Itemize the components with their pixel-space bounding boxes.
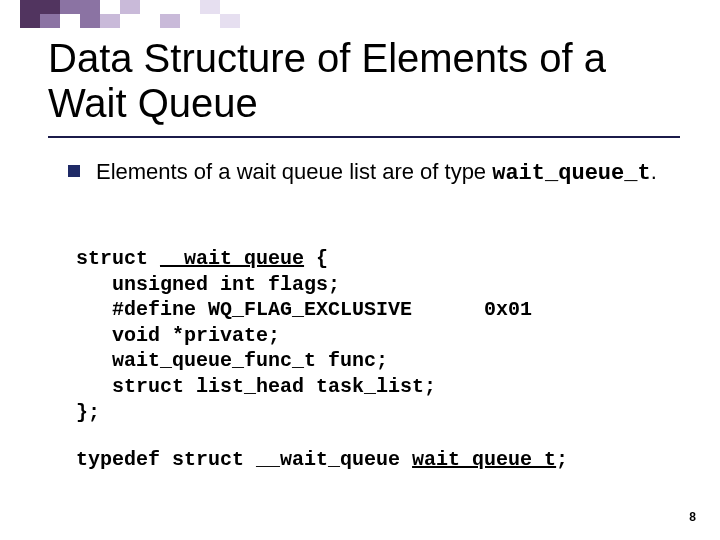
code-l1-post: { [304,247,328,270]
code-l3: #define WQ_FLAG_EXCLUSIVE 0x01 [76,298,532,321]
typedef-line: typedef struct __wait_queue wait_queue_t… [76,448,670,471]
code-l1-pre: struct [76,247,160,270]
code-l7: }; [76,401,100,424]
code-block: struct __wait_queue { unsigned int flags… [76,246,670,425]
slide-title: Data Structure of Elements of a Wait Que… [48,36,680,126]
typedef-post: ; [556,448,568,471]
bullet-text: Elements of a wait queue list are of typ… [96,158,657,188]
page-number: 8 [689,510,696,524]
code-l4: void *private; [76,324,280,347]
bullet-text-after: . [651,159,657,184]
bullet-text-before: Elements of a wait queue list are of typ… [96,159,492,184]
bullet-type-name: wait_queue_t [492,161,650,186]
corner-decoration [20,0,240,28]
bullet-icon [68,165,80,177]
body-text: Elements of a wait queue list are of typ… [68,158,670,188]
code-l6: struct list_head task_list; [76,375,436,398]
typedef-type: wait_queue_t [412,448,556,471]
code-l5: wait_queue_func_t func; [76,349,388,372]
title-underline [48,136,680,138]
typedef-pre: typedef struct __wait_queue [76,448,412,471]
code-l2: unsigned int flags; [76,273,340,296]
code-l1-struct-name: __wait_queue [160,247,304,270]
